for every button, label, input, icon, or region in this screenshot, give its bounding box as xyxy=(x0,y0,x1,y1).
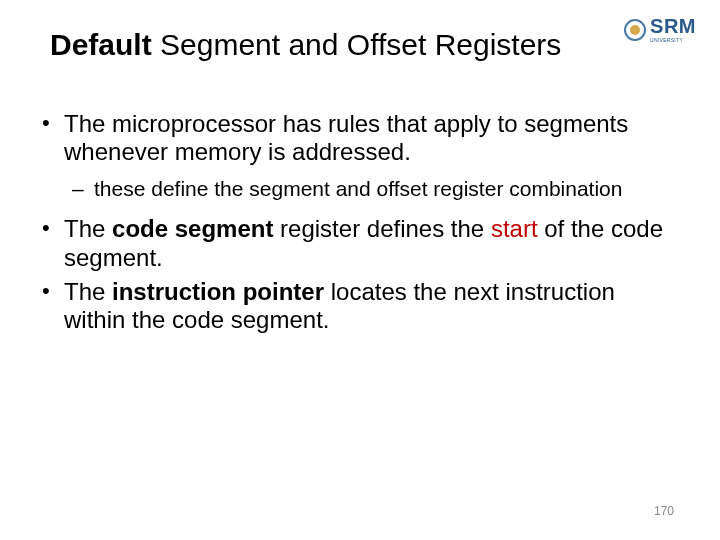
logo-text: SRM xyxy=(650,16,696,36)
b2-bold-code-segment: code segment xyxy=(112,215,273,242)
slide-title: Default Segment and Offset Registers xyxy=(50,28,682,62)
slide: SRM UNIVERSITY Default Segment and Offse… xyxy=(0,0,720,540)
b2-red-start: start xyxy=(491,215,538,242)
title-rest: Segment and Offset Registers xyxy=(152,28,562,61)
logo-emblem-icon xyxy=(624,19,646,41)
title-bold: Default xyxy=(50,28,152,61)
page-number: 170 xyxy=(654,504,674,518)
logo-subtitle: UNIVERSITY xyxy=(650,37,696,43)
university-logo: SRM UNIVERSITY xyxy=(624,16,696,43)
bullet-list: The microprocessor has rules that apply … xyxy=(38,110,682,335)
b3-pre: The xyxy=(64,278,112,305)
bullet-2: The code segment register defines the st… xyxy=(38,215,682,272)
bullet-3: The instruction pointer locates the next… xyxy=(38,278,682,335)
logo-text-block: SRM UNIVERSITY xyxy=(650,16,696,43)
bullet-1: The microprocessor has rules that apply … xyxy=(38,110,682,167)
b2-pre: The xyxy=(64,215,112,242)
b2-mid1: register defines the xyxy=(273,215,490,242)
b3-bold-instruction-pointer: instruction pointer xyxy=(112,278,324,305)
bullet-1-sub: these define the segment and offset regi… xyxy=(38,177,682,202)
